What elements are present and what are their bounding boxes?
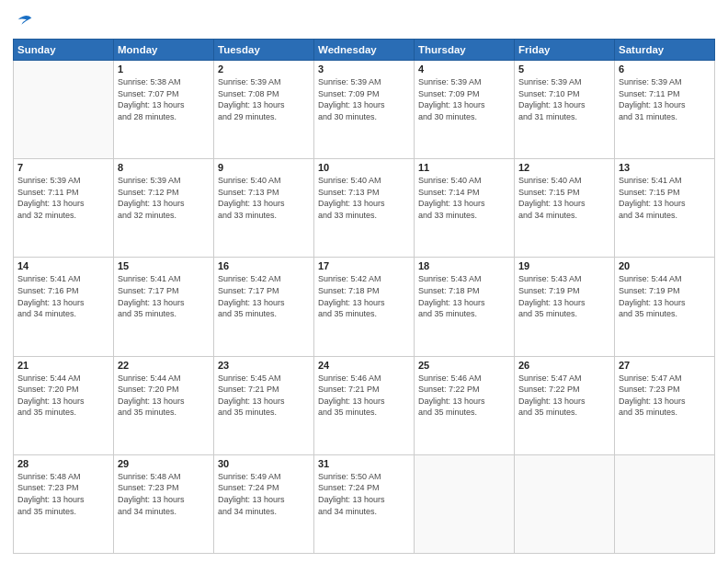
- day-number: 28: [17, 458, 109, 469]
- day-number: 21: [17, 360, 109, 371]
- calendar-cell: 13Sunrise: 5:41 AMSunset: 7:15 PMDayligh…: [615, 159, 715, 258]
- day-number: 13: [619, 162, 711, 173]
- day-info: Sunrise: 5:39 AMSunset: 7:09 PMDaylight:…: [418, 76, 510, 122]
- day-info: Sunrise: 5:47 AMSunset: 7:23 PMDaylight:…: [619, 373, 711, 419]
- calendar-cell: 24Sunrise: 5:46 AMSunset: 7:21 PMDayligh…: [314, 356, 415, 454]
- calendar-cell: 2Sunrise: 5:39 AMSunset: 7:08 PMDaylight…: [214, 61, 314, 159]
- day-number: 8: [118, 162, 210, 173]
- day-number: 14: [17, 260, 109, 271]
- calendar-cell: 29Sunrise: 5:48 AMSunset: 7:23 PMDayligh…: [114, 454, 214, 553]
- weekday-header: Thursday: [415, 40, 515, 61]
- day-info: Sunrise: 5:44 AMSunset: 7:20 PMDaylight:…: [118, 373, 210, 419]
- calendar-cell: [515, 454, 615, 553]
- day-info: Sunrise: 5:46 AMSunset: 7:22 PMDaylight:…: [418, 373, 510, 419]
- calendar-cell: 20Sunrise: 5:44 AMSunset: 7:19 PMDayligh…: [615, 258, 715, 356]
- calendar-cell: 17Sunrise: 5:42 AMSunset: 7:18 PMDayligh…: [314, 258, 415, 356]
- day-number: 31: [318, 458, 410, 469]
- page: SundayMondayTuesdayWednesdayThursdayFrid…: [0, 0, 728, 563]
- day-number: 29: [118, 458, 210, 469]
- day-number: 1: [118, 63, 210, 75]
- week-row: 1Sunrise: 5:38 AMSunset: 7:07 PMDaylight…: [14, 61, 715, 159]
- day-info: Sunrise: 5:40 AMSunset: 7:15 PMDaylight:…: [518, 175, 610, 221]
- day-info: Sunrise: 5:50 AMSunset: 7:24 PMDaylight:…: [318, 471, 410, 517]
- day-number: 19: [518, 260, 610, 271]
- day-info: Sunrise: 5:47 AMSunset: 7:22 PMDaylight:…: [518, 373, 610, 419]
- day-number: 17: [318, 260, 410, 271]
- day-number: 5: [518, 63, 610, 75]
- calendar-cell: 23Sunrise: 5:45 AMSunset: 7:21 PMDayligh…: [214, 356, 314, 454]
- calendar-cell: 16Sunrise: 5:42 AMSunset: 7:17 PMDayligh…: [214, 258, 314, 356]
- day-info: Sunrise: 5:40 AMSunset: 7:13 PMDaylight:…: [318, 175, 410, 221]
- calendar-cell: 6Sunrise: 5:39 AMSunset: 7:11 PMDaylight…: [615, 61, 715, 159]
- calendar-cell: 18Sunrise: 5:43 AMSunset: 7:18 PMDayligh…: [415, 258, 515, 356]
- week-row: 14Sunrise: 5:41 AMSunset: 7:16 PMDayligh…: [14, 258, 715, 356]
- day-number: 25: [418, 360, 510, 371]
- day-info: Sunrise: 5:44 AMSunset: 7:19 PMDaylight:…: [619, 273, 711, 319]
- day-number: 23: [218, 360, 310, 371]
- day-number: 7: [17, 162, 109, 173]
- day-info: Sunrise: 5:41 AMSunset: 7:17 PMDaylight:…: [118, 273, 210, 319]
- calendar-cell: 4Sunrise: 5:39 AMSunset: 7:09 PMDaylight…: [415, 61, 515, 159]
- calendar-cell: [14, 61, 114, 159]
- day-number: 10: [318, 162, 410, 173]
- calendar-cell: 7Sunrise: 5:39 AMSunset: 7:11 PMDaylight…: [14, 159, 114, 258]
- day-info: Sunrise: 5:45 AMSunset: 7:21 PMDaylight:…: [218, 373, 310, 419]
- week-row: 21Sunrise: 5:44 AMSunset: 7:20 PMDayligh…: [14, 356, 715, 454]
- day-info: Sunrise: 5:42 AMSunset: 7:17 PMDaylight:…: [218, 273, 310, 319]
- calendar-cell: 1Sunrise: 5:38 AMSunset: 7:07 PMDaylight…: [114, 61, 214, 159]
- calendar-cell: 14Sunrise: 5:41 AMSunset: 7:16 PMDayligh…: [14, 258, 114, 356]
- day-number: 12: [518, 162, 610, 173]
- calendar-cell: 26Sunrise: 5:47 AMSunset: 7:22 PMDayligh…: [515, 356, 615, 454]
- calendar-cell: [415, 454, 515, 553]
- header: [13, 9, 715, 33]
- calendar-cell: 22Sunrise: 5:44 AMSunset: 7:20 PMDayligh…: [114, 356, 214, 454]
- day-info: Sunrise: 5:40 AMSunset: 7:14 PMDaylight:…: [418, 175, 510, 221]
- calendar-cell: 9Sunrise: 5:40 AMSunset: 7:13 PMDaylight…: [214, 159, 314, 258]
- day-info: Sunrise: 5:39 AMSunset: 7:11 PMDaylight:…: [619, 76, 711, 122]
- weekday-header: Tuesday: [214, 40, 314, 61]
- day-number: 3: [318, 63, 410, 75]
- weekday-header: Monday: [114, 40, 214, 61]
- weekday-header: Friday: [515, 40, 615, 61]
- weekday-header: Sunday: [14, 40, 114, 61]
- day-number: 26: [518, 360, 610, 371]
- weekday-header: Saturday: [615, 40, 715, 61]
- calendar-cell: 31Sunrise: 5:50 AMSunset: 7:24 PMDayligh…: [314, 454, 415, 553]
- day-info: Sunrise: 5:40 AMSunset: 7:13 PMDaylight:…: [218, 175, 310, 221]
- day-number: 11: [418, 162, 510, 173]
- week-row: 7Sunrise: 5:39 AMSunset: 7:11 PMDaylight…: [14, 159, 715, 258]
- day-info: Sunrise: 5:42 AMSunset: 7:18 PMDaylight:…: [318, 273, 410, 319]
- calendar-cell: 3Sunrise: 5:39 AMSunset: 7:09 PMDaylight…: [314, 61, 415, 159]
- day-info: Sunrise: 5:48 AMSunset: 7:23 PMDaylight:…: [17, 471, 109, 517]
- day-info: Sunrise: 5:39 AMSunset: 7:08 PMDaylight:…: [218, 76, 310, 122]
- day-number: 4: [418, 63, 510, 75]
- calendar-cell: 15Sunrise: 5:41 AMSunset: 7:17 PMDayligh…: [114, 258, 214, 356]
- calendar-cell: [615, 454, 715, 553]
- calendar-cell: 12Sunrise: 5:40 AMSunset: 7:15 PMDayligh…: [515, 159, 615, 258]
- calendar-cell: 28Sunrise: 5:48 AMSunset: 7:23 PMDayligh…: [14, 454, 114, 553]
- day-number: 20: [619, 260, 711, 271]
- day-info: Sunrise: 5:49 AMSunset: 7:24 PMDaylight:…: [218, 471, 310, 517]
- calendar-cell: 10Sunrise: 5:40 AMSunset: 7:13 PMDayligh…: [314, 159, 415, 258]
- day-info: Sunrise: 5:39 AMSunset: 7:10 PMDaylight:…: [518, 76, 610, 122]
- calendar-cell: 5Sunrise: 5:39 AMSunset: 7:10 PMDaylight…: [515, 61, 615, 159]
- day-number: 30: [218, 458, 310, 469]
- calendar-cell: 11Sunrise: 5:40 AMSunset: 7:14 PMDayligh…: [415, 159, 515, 258]
- weekday-header: Wednesday: [314, 40, 415, 61]
- calendar: SundayMondayTuesdayWednesdayThursdayFrid…: [13, 39, 715, 554]
- day-info: Sunrise: 5:48 AMSunset: 7:23 PMDaylight:…: [118, 471, 210, 517]
- day-info: Sunrise: 5:44 AMSunset: 7:20 PMDaylight:…: [17, 373, 109, 419]
- logo-bird-icon: [15, 13, 35, 33]
- day-number: 6: [619, 63, 711, 75]
- calendar-cell: 30Sunrise: 5:49 AMSunset: 7:24 PMDayligh…: [214, 454, 314, 553]
- day-info: Sunrise: 5:39 AMSunset: 7:09 PMDaylight:…: [318, 76, 410, 122]
- week-row: 28Sunrise: 5:48 AMSunset: 7:23 PMDayligh…: [14, 454, 715, 553]
- logo: [13, 13, 35, 33]
- day-number: 22: [118, 360, 210, 371]
- day-info: Sunrise: 5:46 AMSunset: 7:21 PMDaylight:…: [318, 373, 410, 419]
- calendar-cell: 21Sunrise: 5:44 AMSunset: 7:20 PMDayligh…: [14, 356, 114, 454]
- header-row: SundayMondayTuesdayWednesdayThursdayFrid…: [14, 40, 715, 61]
- day-info: Sunrise: 5:41 AMSunset: 7:16 PMDaylight:…: [17, 273, 109, 319]
- day-number: 24: [318, 360, 410, 371]
- day-info: Sunrise: 5:39 AMSunset: 7:11 PMDaylight:…: [17, 175, 109, 221]
